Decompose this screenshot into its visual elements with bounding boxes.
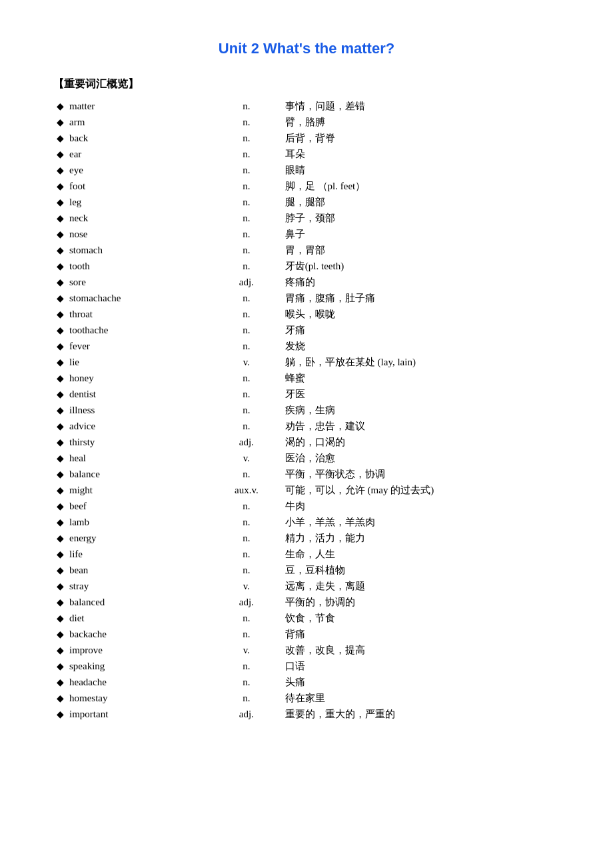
vocab-pos: n. (211, 210, 283, 226)
vocab-pos: adj. (211, 594, 283, 610)
vocab-meaning: 精力，活力，能力 (283, 530, 560, 546)
diamond-icon: ◆ (53, 658, 67, 674)
vocab-row: ◆soreadj.疼痛的 (53, 274, 560, 290)
vocab-row: ◆beefn.牛肉 (53, 498, 560, 514)
diamond-icon: ◆ (53, 706, 67, 722)
vocab-word: illness (67, 402, 211, 418)
diamond-icon: ◆ (53, 114, 67, 130)
vocab-word: energy (67, 530, 211, 546)
vocab-row: ◆backn.后背，背脊 (53, 130, 560, 146)
diamond-icon: ◆ (53, 530, 67, 546)
vocab-pos: n. (211, 226, 283, 242)
vocab-row: ◆advicen.劝告，忠告，建议 (53, 418, 560, 434)
vocab-word: sore (67, 274, 211, 290)
diamond-icon: ◆ (53, 178, 67, 194)
vocab-meaning: 医治，治愈 (283, 450, 560, 466)
vocab-word: dentist (67, 386, 211, 402)
vocab-pos: n. (211, 162, 283, 178)
diamond-icon: ◆ (53, 226, 67, 242)
vocab-row: ◆balancen.平衡，平衡状态，协调 (53, 466, 560, 482)
vocab-row: ◆earn.耳朵 (53, 146, 560, 162)
diamond-icon: ◆ (53, 546, 67, 562)
vocab-meaning: 改善，改良，提高 (283, 642, 560, 658)
vocab-row: ◆liev.躺，卧，平放在某处 (lay, lain) (53, 354, 560, 370)
diamond-icon: ◆ (53, 466, 67, 482)
vocab-word: foot (67, 178, 211, 194)
vocab-row: ◆throatn.喉头，喉咙 (53, 306, 560, 322)
vocab-row: ◆lambn.小羊，羊羔，羊羔肉 (53, 514, 560, 530)
vocab-meaning: 可能，可以，允许 (may 的过去式) (283, 482, 560, 498)
vocab-word: back (67, 130, 211, 146)
vocab-pos: n. (211, 130, 283, 146)
vocab-pos: v. (211, 578, 283, 594)
vocab-pos: v. (211, 642, 283, 658)
vocab-word: toothache (67, 322, 211, 338)
vocab-pos: n. (211, 690, 283, 706)
vocab-row: ◆speakingn.口语 (53, 658, 560, 674)
diamond-icon: ◆ (53, 370, 67, 386)
vocab-pos: n. (211, 306, 283, 322)
vocab-row: ◆balancedadj.平衡的，协调的 (53, 594, 560, 610)
vocab-pos: adj. (211, 274, 283, 290)
vocab-meaning: 胃痛，腹痛，肚子痛 (283, 290, 560, 306)
section-header: 【重要词汇概览】 (53, 77, 560, 91)
vocab-row: ◆headachen.头痛 (53, 674, 560, 690)
vocab-meaning: 背痛 (283, 626, 560, 642)
vocab-pos: n. (211, 514, 283, 530)
vocab-pos: n. (211, 498, 283, 514)
vocab-word: speaking (67, 658, 211, 674)
vocab-pos: v. (211, 354, 283, 370)
vocab-row: ◆healv.医治，治愈 (53, 450, 560, 466)
vocab-pos: n. (211, 562, 283, 578)
diamond-icon: ◆ (53, 146, 67, 162)
vocab-word: important (67, 706, 211, 722)
vocab-meaning: 小羊，羊羔，羊羔肉 (283, 514, 560, 530)
vocab-row: ◆mightaux.v.可能，可以，允许 (may 的过去式) (53, 482, 560, 498)
vocab-meaning: 牙痛 (283, 322, 560, 338)
diamond-icon: ◆ (53, 450, 67, 466)
vocab-word: neck (67, 210, 211, 226)
vocab-pos: n. (211, 674, 283, 690)
vocab-row: ◆illnessn.疾病，生病 (53, 402, 560, 418)
vocab-row: ◆stomachn.胃，胃部 (53, 242, 560, 258)
vocab-meaning: 劝告，忠告，建议 (283, 418, 560, 434)
vocab-row: ◆footn.脚，足 （pl. feet） (53, 178, 560, 194)
vocab-meaning: 耳朵 (283, 146, 560, 162)
vocab-meaning: 饮食，节食 (283, 610, 560, 626)
vocab-word: diet (67, 610, 211, 626)
vocab-meaning: 待在家里 (283, 690, 560, 706)
vocab-meaning: 重要的，重大的，严重的 (283, 706, 560, 722)
vocab-meaning: 生命，人生 (283, 546, 560, 562)
vocab-word: fever (67, 338, 211, 354)
vocab-word: lamb (67, 514, 211, 530)
diamond-icon: ◆ (53, 594, 67, 610)
vocab-row: ◆dietn.饮食，节食 (53, 610, 560, 626)
vocab-meaning: 鼻子 (283, 226, 560, 242)
vocab-row: ◆improvev.改善，改良，提高 (53, 642, 560, 658)
vocab-word: heal (67, 450, 211, 466)
diamond-icon: ◆ (53, 386, 67, 402)
vocab-meaning: 喉头，喉咙 (283, 306, 560, 322)
vocab-word: leg (67, 194, 211, 210)
vocab-meaning: 平衡的，协调的 (283, 594, 560, 610)
vocab-pos: n. (211, 98, 283, 114)
vocab-meaning: 头痛 (283, 674, 560, 690)
diamond-icon: ◆ (53, 354, 67, 370)
vocab-table: ◆mattern.事情，问题，差错◆armn.臂，胳膊◆backn.后背，背脊◆… (53, 98, 560, 722)
diamond-icon: ◆ (53, 242, 67, 258)
vocab-pos: n. (211, 242, 283, 258)
diamond-icon: ◆ (53, 258, 67, 274)
vocab-word: headache (67, 674, 211, 690)
vocab-meaning: 牙齿(pl. teeth) (283, 258, 560, 274)
vocab-row: ◆thirstyadj.渴的，口渴的 (53, 434, 560, 450)
vocab-word: arm (67, 114, 211, 130)
vocab-meaning: 豆，豆科植物 (283, 562, 560, 578)
vocab-pos: n. (211, 610, 283, 626)
vocab-row: ◆legn.腿，腿部 (53, 194, 560, 210)
vocab-word: ear (67, 146, 211, 162)
vocab-word: lie (67, 354, 211, 370)
diamond-icon: ◆ (53, 418, 67, 434)
vocab-row: ◆mattern.事情，问题，差错 (53, 98, 560, 114)
diamond-icon: ◆ (53, 578, 67, 594)
vocab-meaning: 脖子，颈部 (283, 210, 560, 226)
